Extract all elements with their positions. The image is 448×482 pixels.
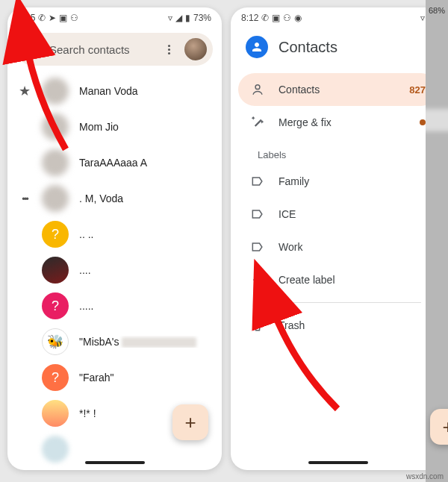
contact-row[interactable]: ? .. .. xyxy=(7,216,222,252)
label-icon xyxy=(250,240,265,254)
more-icon[interactable] xyxy=(162,45,175,54)
star-icon: ★ xyxy=(18,83,31,99)
contact-avatar xyxy=(42,400,69,427)
contact-row[interactable]: ★ Manan Voda xyxy=(7,73,222,109)
messenger-icon: ◉ xyxy=(294,13,302,22)
contact-row[interactable]: ••• . M, Voda xyxy=(7,181,222,216)
contact-name: .... xyxy=(79,264,211,276)
account-avatar[interactable] xyxy=(184,38,207,60)
contact-row[interactable]: ? oDbye(SA... xyxy=(7,467,222,470)
contact-name: .. .. xyxy=(79,228,211,240)
contact-name: . M, Voda xyxy=(79,193,211,204)
divider xyxy=(255,302,421,303)
nav-merge-fix[interactable]: Merge & fix xyxy=(238,106,438,139)
contact-avatar xyxy=(42,257,69,284)
nav-label: Work xyxy=(279,241,302,253)
contact-row[interactable]: .... xyxy=(7,252,222,288)
camera-icon: ▣ xyxy=(59,13,67,22)
nav-label: ICE xyxy=(279,208,296,220)
search-bar[interactable]: Search contacts xyxy=(16,33,213,66)
ellipsis-rail: ••• xyxy=(18,193,31,204)
statusbar: 8:12 ✆ ▣ ⚇ ◉ ▿ ◢ xyxy=(231,7,445,28)
signal-icon: ◢ xyxy=(175,13,182,22)
nav-label: Create label xyxy=(279,274,335,286)
statusbar-left: 6:45 ✆ ➤ ▣ ⚇ xyxy=(18,13,78,22)
camera-icon: ▣ xyxy=(272,13,280,22)
statusbar: 6:45 ✆ ➤ ▣ ⚇ ▿ ◢ ▮ 73% xyxy=(7,7,222,28)
notification-dot-icon xyxy=(420,119,426,125)
status-battery: 73% xyxy=(193,13,211,22)
status-time: 8:12 xyxy=(241,13,258,22)
hamburger-icon[interactable] xyxy=(27,44,40,54)
contact-avatar xyxy=(42,149,69,176)
label-work[interactable]: Work xyxy=(238,231,438,263)
statusbar-left: 8:12 ✆ ▣ ⚇ ◉ xyxy=(241,13,302,22)
battery-icon: ▮ xyxy=(185,13,190,22)
phone-nav-drawer: 8:12 ✆ ▣ ⚇ ◉ ▿ ◢ Contacts Contacts 827 xyxy=(231,7,445,470)
contact-row[interactable]: "MisbA's xyxy=(7,324,222,360)
blurred-row xyxy=(426,109,448,131)
app-title: Contacts xyxy=(279,39,337,56)
label-family[interactable]: Family xyxy=(238,165,438,198)
contact-avatar xyxy=(42,78,69,104)
contact-avatar: ? xyxy=(42,364,69,391)
status-time: 6:45 xyxy=(18,13,35,22)
whatsapp-icon: ✆ xyxy=(38,13,46,22)
create-label-button[interactable]: Create label xyxy=(238,263,438,296)
contact-name: TaraAAAaaa A xyxy=(79,157,211,169)
contact-name: Mom Jio xyxy=(79,121,211,133)
add-contact-button[interactable]: + xyxy=(172,404,208,440)
nav-drawer: Contacts 827 Merge & fix Labels Family I… xyxy=(231,70,445,342)
contact-avatar xyxy=(42,113,69,140)
nav-label: Family xyxy=(279,175,309,187)
person-outline-icon xyxy=(250,82,265,97)
search-input[interactable]: Search contacts xyxy=(49,43,153,56)
contact-row[interactable]: ? "Farah" xyxy=(7,360,222,395)
labels-header: Labels xyxy=(238,139,438,165)
whatsapp-icon: ✆ xyxy=(261,13,269,22)
contacts-app-icon xyxy=(246,36,268,58)
nav-label: Trash xyxy=(279,319,305,331)
nav-trash[interactable]: Trash xyxy=(238,309,438,342)
person-icon: ⚇ xyxy=(283,13,291,22)
telegram-icon: ➤ xyxy=(49,13,56,22)
nav-pill[interactable] xyxy=(308,461,368,464)
label-ice[interactable]: ICE xyxy=(238,198,438,231)
statusbar-right: ▿ ◢ ▮ 73% xyxy=(168,13,211,22)
wifi-icon: ▿ xyxy=(168,13,172,22)
add-contact-button[interactable]: + xyxy=(430,409,448,445)
wifi-icon: ▿ xyxy=(420,13,425,22)
nav-contacts[interactable]: Contacts 827 xyxy=(238,73,438,106)
trash-icon xyxy=(250,318,265,333)
magic-wand-icon xyxy=(250,115,265,130)
contact-avatar: ? xyxy=(42,292,69,319)
contact-name: "MisbA's xyxy=(79,336,211,348)
drawer-header: Contacts xyxy=(231,28,445,70)
label-icon xyxy=(250,174,265,189)
contact-row[interactable]: TaraAAAaaa A xyxy=(7,145,222,181)
svg-point-0 xyxy=(255,85,260,90)
contact-avatar xyxy=(42,436,69,463)
contact-row[interactable]: ? ..... xyxy=(7,288,222,324)
background-phone-edge: 68% + xyxy=(426,0,448,482)
contact-name: ..... xyxy=(79,300,211,312)
phone-contacts-list: 6:45 ✆ ➤ ▣ ⚇ ▿ ◢ ▮ 73% Search contacts ★ xyxy=(7,7,222,470)
contact-row[interactable]: Mom Jio xyxy=(7,109,222,145)
contact-name: "Farah" xyxy=(79,372,211,384)
nav-count: 827 xyxy=(409,84,426,96)
contact-avatar xyxy=(42,328,69,355)
nav-pill[interactable] xyxy=(85,461,145,464)
watermark: wsxdn.com xyxy=(406,472,444,481)
plus-icon xyxy=(250,272,265,287)
nav-label: Contacts xyxy=(279,84,320,96)
contact-avatar: ? xyxy=(42,221,69,248)
nav-label: Merge & fix xyxy=(279,116,332,128)
status-battery: 68% xyxy=(426,0,448,21)
person-icon: ⚇ xyxy=(70,13,78,22)
contact-name: Manan Voda xyxy=(79,85,211,97)
contact-avatar xyxy=(42,185,69,212)
label-icon xyxy=(250,207,265,222)
